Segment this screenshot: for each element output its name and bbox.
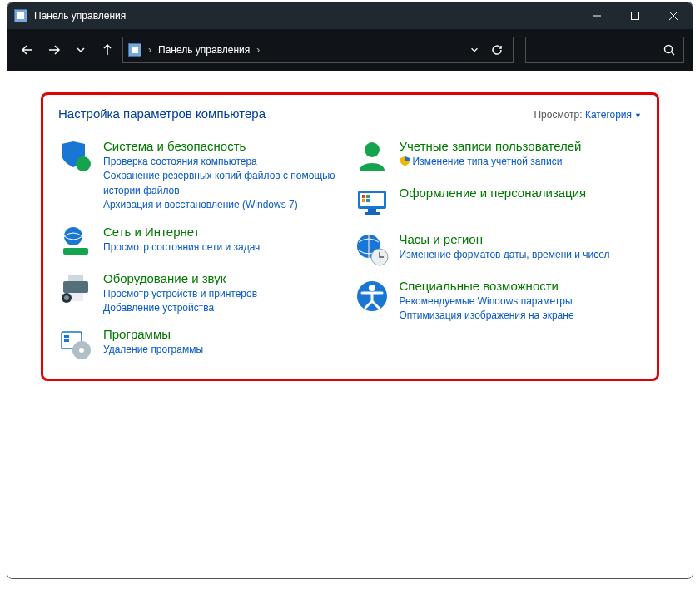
svg-rect-5: [63, 281, 88, 293]
svg-rect-21: [366, 199, 370, 202]
category-programs: Программы Удаление программы: [58, 327, 346, 362]
user-icon: [355, 139, 390, 174]
svg-rect-0: [632, 12, 639, 20]
clock-globe-icon: [355, 232, 390, 267]
category-network: Сеть и Интернет Просмотр состояния сети …: [58, 225, 346, 260]
minimize-button[interactable]: [578, 2, 616, 29]
category-panel: Настройка параметров компьютера Просмотр…: [41, 92, 659, 381]
breadcrumb-root[interactable]: Панель управления: [158, 44, 250, 56]
view-value[interactable]: Категория▼: [585, 109, 642, 121]
close-button[interactable]: [654, 2, 693, 29]
network-icon: [58, 225, 93, 260]
category-title[interactable]: Оформление и персонализация: [400, 186, 587, 200]
breadcrumb-sep-icon: ›: [256, 44, 260, 56]
category-title[interactable]: Система и безопасность: [103, 139, 346, 153]
chevron-down-icon[interactable]: [469, 45, 479, 55]
address-icon: [128, 43, 141, 57]
left-column: Система и безопасность Проверка состояни…: [58, 139, 346, 362]
right-column: Учетные записи пользователей Изменение т…: [355, 139, 643, 362]
category-link[interactable]: Проверка состояния компьютера: [103, 155, 346, 169]
category-link[interactable]: Рекомендуемые Windows параметры: [400, 294, 574, 309]
category-accessibility: Специальные возможности Рекомендуемые Wi…: [355, 279, 643, 324]
category-link[interactable]: Просмотр устройств и принтеров: [103, 287, 257, 301]
category-link[interactable]: Оптимизация изображения на экране: [400, 309, 574, 323]
category-link[interactable]: Архивация и восстановление (Windows 7): [103, 198, 346, 212]
uac-shield-icon: [400, 156, 410, 166]
category-link[interactable]: Добавление устройства: [103, 301, 257, 315]
back-button[interactable]: [16, 38, 39, 62]
category-link[interactable]: Удаление программы: [103, 343, 203, 357]
category-title[interactable]: Специальные возможности: [400, 279, 574, 293]
svg-point-2: [76, 156, 91, 171]
svg-point-15: [365, 142, 380, 157]
category-link[interactable]: Изменение типа учетной записи: [400, 155, 582, 169]
printer-icon: [58, 271, 93, 306]
app-icon: [14, 9, 27, 22]
recent-dropdown[interactable]: [69, 38, 92, 62]
programs-icon: [58, 327, 93, 362]
up-button[interactable]: [96, 38, 119, 62]
content-area: Настройка параметров компьютера Просмотр…: [7, 71, 693, 578]
accessibility-icon: [355, 279, 390, 314]
shield-icon: [58, 139, 93, 174]
svg-rect-4: [63, 248, 88, 255]
category-title[interactable]: Часы и регион: [400, 232, 610, 246]
titlebar: Панель управления: [7, 2, 693, 29]
svg-rect-20: [362, 199, 365, 202]
category-link[interactable]: Изменение форматов даты, времени и чисел: [400, 248, 610, 262]
svg-point-27: [369, 285, 375, 291]
svg-point-1: [665, 46, 673, 53]
titlebar-title: Панель управления: [34, 10, 126, 22]
panel-title: Настройка параметров компьютера: [58, 106, 266, 121]
address-bar[interactable]: › Панель управления ›: [122, 37, 514, 63]
svg-point-3: [64, 227, 82, 245]
category-link[interactable]: Сохранение резервных копий файлов с помо…: [103, 169, 346, 198]
breadcrumb-sep-icon: ›: [148, 44, 151, 56]
search-icon: [663, 44, 675, 56]
search-box[interactable]: [525, 37, 684, 63]
svg-rect-22: [368, 209, 376, 212]
svg-rect-18: [362, 195, 365, 198]
svg-rect-19: [366, 195, 370, 198]
category-system-security: Система и безопасность Проверка состояни…: [58, 139, 346, 213]
svg-point-9: [64, 295, 69, 300]
category-link[interactable]: Просмотр состояния сети и задач: [103, 240, 260, 255]
navbar: › Панель управления ›: [7, 29, 693, 71]
category-title[interactable]: Оборудование и звук: [103, 271, 257, 285]
monitor-icon: [355, 186, 390, 220]
category-hardware-sound: Оборудование и звук Просмотр устройств и…: [58, 271, 346, 316]
category-appearance: Оформление и персонализация: [355, 186, 643, 220]
svg-rect-6: [68, 275, 83, 281]
maximize-button[interactable]: [616, 2, 654, 29]
svg-rect-12: [64, 339, 69, 342]
category-user-accounts: Учетные записи пользователей Изменение т…: [355, 139, 643, 174]
window: Панель управления › П: [7, 2, 693, 579]
svg-rect-11: [64, 335, 69, 338]
category-clock-region: Часы и регион Изменение форматов даты, в…: [355, 232, 643, 267]
category-title[interactable]: Учетные записи пользователей: [400, 139, 582, 153]
category-title[interactable]: Сеть и Интернет: [103, 225, 260, 239]
view-selector: Просмотр: Категория▼: [534, 109, 642, 121]
forward-button[interactable]: [42, 38, 66, 62]
category-title[interactable]: Программы: [103, 327, 203, 341]
view-label: Просмотр:: [534, 109, 582, 121]
svg-point-14: [79, 348, 84, 353]
refresh-icon[interactable]: [491, 44, 503, 56]
svg-rect-23: [365, 212, 380, 215]
